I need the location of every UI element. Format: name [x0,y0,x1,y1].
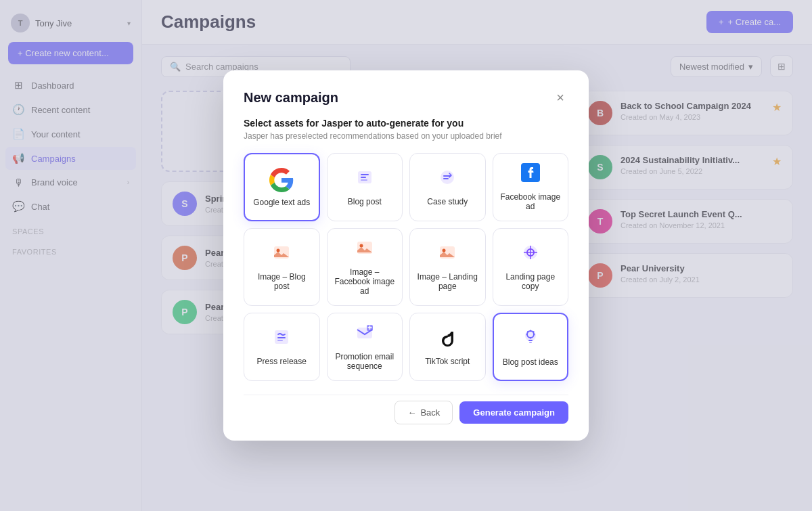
blog-icon [355,168,374,192]
asset-label: Facebook image ad [500,192,562,211]
asset-label: Promotion email sequence [334,352,396,371]
tiktok-icon [438,328,457,351]
svg-rect-3 [361,179,367,181]
svg-rect-2 [361,177,366,178]
image-landing-icon [438,243,457,267]
modal-subtitle: Select assets for Jasper to auto-generat… [244,118,568,129]
new-campaign-modal: New campaign × Select assets for Jasper … [223,70,589,441]
asset-label: Image – Landing page [417,272,478,291]
svg-point-4 [441,171,454,184]
svg-rect-1 [361,174,369,175]
asset-card-google-text-ads[interactable]: Google text ads [244,153,320,221]
asset-label: Blog post ideas [503,357,558,367]
close-button[interactable]: × [552,89,568,106]
svg-rect-18 [277,340,283,341]
asset-card-facebook-image-ad[interactable]: Facebook image ad [493,153,569,221]
asset-label: Blog post [348,197,382,206]
asset-label: Google text ads [253,198,310,207]
asset-card-image-blog-post[interactable]: Image – Blog post [244,228,320,306]
svg-point-7 [277,249,280,252]
asset-card-image-landing[interactable]: Image – Landing page [409,228,486,306]
svg-rect-23 [528,340,533,341]
modal-title: New campaign [244,90,338,106]
asset-label: Case study [427,197,468,206]
asset-label: Press release [257,357,307,366]
asset-card-case-study[interactable]: Case study [409,153,486,221]
svg-point-9 [359,244,363,248]
asset-card-tiktok-script[interactable]: TikTok script [409,313,486,381]
asset-card-blog-post[interactable]: Blog post [327,153,403,221]
case-study-icon [438,168,457,192]
modal-overlay[interactable]: New campaign × Select assets for Jasper … [0,0,812,511]
modal-desc: Jasper has preselected recommendations b… [244,131,568,141]
generate-campaign-button[interactable]: Generate campaign [459,401,568,424]
arrow-left-icon: ← [407,407,416,418]
asset-label: TikTok script [425,357,470,366]
asset-card-image-facebook[interactable]: Image – Facebook image ad [327,228,403,306]
modal-header: New campaign × [244,89,568,106]
modal-footer: ← Back Generate campaign [244,395,568,424]
asset-card-landing-page-copy[interactable]: Landing page copy [493,228,569,306]
blog-ideas-icon [520,327,541,352]
asset-label: Image – Facebook image ad [334,267,396,296]
facebook-icon [521,163,540,187]
google-icon [269,168,294,192]
landing-icon [521,243,540,267]
asset-label: Landing page copy [500,272,562,291]
svg-rect-17 [277,337,286,338]
asset-label: Image – Blog post [251,272,313,291]
back-btn-label: Back [420,407,440,418]
svg-rect-24 [529,342,532,343]
asset-grid: Google text ads Blog post Case study [244,153,568,381]
press-release-icon [272,328,291,351]
svg-point-11 [443,249,446,252]
asset-card-promotion-email[interactable]: Promotion email sequence [327,313,403,381]
asset-card-press-release[interactable]: Press release [244,313,320,381]
image-facebook-icon [355,238,374,262]
promotion-email-icon [355,323,374,347]
image-blog-icon [272,243,291,267]
asset-card-blog-post-ideas[interactable]: Blog post ideas [493,313,569,381]
back-button[interactable]: ← Back [394,401,453,424]
